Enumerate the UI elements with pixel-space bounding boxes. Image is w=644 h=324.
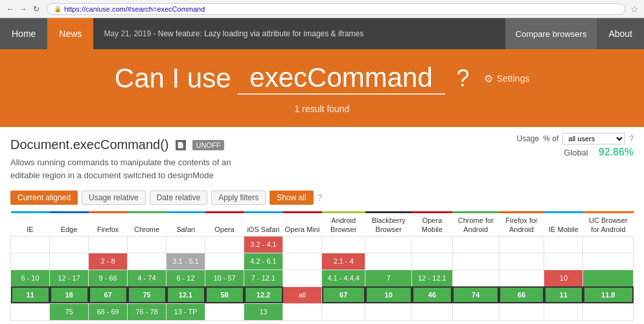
compare-browsers-button[interactable]: Compare browsers <box>505 18 597 49</box>
browser-header-safari: Safari <box>167 213 205 237</box>
star-icon[interactable]: ☆ <box>630 4 639 14</box>
news-ticker: May 21, 2019 - New feature: Lazy loading… <box>93 29 505 38</box>
table-row: 7568 - 6976 - 7813 - TP13 <box>11 303 634 320</box>
compat-cell <box>583 253 634 270</box>
compat-cell <box>322 303 365 320</box>
about-button[interactable]: About <box>597 18 644 49</box>
compat-cell: 10 <box>544 270 583 286</box>
filter-row: Current aligned Usage relative Date rela… <box>10 191 634 205</box>
compat-cell: 3.1 - 5.1 <box>167 253 205 270</box>
compat-cell <box>499 270 544 286</box>
compat-cell: 2.1 - 4 <box>322 253 365 270</box>
compat-cell <box>452 303 499 320</box>
compat-cell: 68 - 69 <box>89 303 128 320</box>
compat-cell <box>499 303 544 320</box>
usage-help-icon[interactable]: ? <box>629 134 634 143</box>
nav-news[interactable]: News <box>47 18 93 49</box>
browser-header-opera-mobile: Opera Mobile <box>412 213 453 237</box>
compat-cell <box>365 253 412 270</box>
news-separator: - <box>153 29 157 38</box>
compat-cell: 7 - 12.1 <box>244 270 283 286</box>
compat-cell <box>11 253 50 270</box>
show-all-button[interactable]: Show all <box>270 191 313 205</box>
compat-cell: all <box>283 286 322 303</box>
usage-of: % of <box>543 134 558 143</box>
compat-cell <box>412 253 453 270</box>
top-nav: Home News May 21, 2019 - New feature: La… <box>0 18 644 49</box>
browser-header-opera: Opera <box>205 213 244 237</box>
browser-header-ie-mobile: IE Mobile <box>544 213 583 237</box>
compat-cell <box>205 303 244 320</box>
compat-cell <box>412 303 453 320</box>
browser-bar: ← → ↻ 🔒 https://caniuse.com/#search=exec… <box>0 0 644 18</box>
compat-cell <box>205 253 244 270</box>
compat-cell <box>365 236 412 253</box>
lock-icon: 🔒 <box>54 5 62 12</box>
feature-status: UNOFF <box>192 140 225 150</box>
compat-cell <box>283 236 322 253</box>
compat-cell: 13 <box>244 303 283 320</box>
forward-button[interactable]: → <box>18 4 29 14</box>
compat-cell <box>499 236 544 253</box>
main-content: Document.execCommand() 📄 UNOFF Allows ru… <box>0 127 644 324</box>
global-usage-row: Global 92.86% <box>564 146 634 158</box>
compat-cell: 75 <box>50 303 89 320</box>
address-bar[interactable]: 🔒 https://caniuse.com/#search=execComman… <box>47 3 625 15</box>
table-row: 1118677512.15812.2all67104674661111.8 <box>11 286 634 303</box>
spec-icon[interactable]: 📄 <box>176 140 186 150</box>
settings-gear-icon: ⚙ <box>484 73 493 85</box>
compat-cell: 76 - 78 <box>128 303 167 320</box>
compat-cell <box>583 236 634 253</box>
compat-cell: 2 - 8 <box>89 253 128 270</box>
back-button[interactable]: ← <box>5 4 16 14</box>
usage-relative-button[interactable]: Usage relative <box>82 191 146 205</box>
compat-cell <box>452 253 499 270</box>
can-i-use-text: Can I use <box>115 63 231 94</box>
hero-title: Can I use ? ⚙ Settings <box>115 62 529 95</box>
browser-header-blackberry-browser: Blackberry Browser <box>365 213 412 237</box>
compat-cell: 12 - 12.1 <box>412 270 453 286</box>
apply-filters-button[interactable]: Apply filters <box>211 191 266 205</box>
settings-link[interactable]: ⚙ Settings <box>484 73 530 85</box>
feature-section: Document.execCommand() 📄 UNOFF Allows ru… <box>10 137 634 181</box>
compat-cell <box>128 253 167 270</box>
compat-cell <box>499 253 544 270</box>
compat-cell: 58 <box>205 286 244 303</box>
browser-header-chrome: Chrome <box>128 213 167 237</box>
compat-cell <box>205 236 244 253</box>
date-relative-button[interactable]: Date relative <box>150 191 207 205</box>
compat-table: IEEdgeFirefoxChromeSafariOperaiOS Safari… <box>10 211 634 321</box>
nav-home[interactable]: Home <box>0 18 47 49</box>
compat-cell: 12.1 <box>167 286 205 303</box>
question-mark[interactable]: ? <box>457 65 470 92</box>
compat-cell: 67 <box>89 286 128 303</box>
compat-cell <box>11 303 50 320</box>
reload-button[interactable]: ↻ <box>31 4 41 14</box>
browser-header-ios-safari: iOS Safari <box>244 213 283 237</box>
news-link[interactable]: New feature: Lazy loading via attribute … <box>158 29 363 38</box>
filter-help-icon[interactable]: ? <box>317 192 323 203</box>
compat-cell <box>452 270 499 286</box>
compat-cell: 18 <box>50 286 89 303</box>
search-input[interactable] <box>238 62 445 95</box>
browser-header-firefox-for-android: Firefox for Android <box>499 213 544 237</box>
compat-cell <box>89 236 128 253</box>
usage-select[interactable]: all users tracked users <box>562 133 625 145</box>
compat-cell <box>544 303 583 320</box>
usage-row: Usage % of all users tracked users ? <box>517 133 634 145</box>
feature-description: Allows running commands to manipulate th… <box>10 156 634 181</box>
usage-label: Usage <box>517 134 540 143</box>
compat-cell <box>283 270 322 286</box>
compat-cell: 67 <box>322 286 365 303</box>
compat-cell <box>583 303 634 320</box>
compat-cell <box>283 253 322 270</box>
hero-section: Can I use ? ⚙ Settings 1 result found <box>0 49 644 127</box>
compat-cell <box>544 236 583 253</box>
compat-cell <box>322 236 365 253</box>
browser-header-chrome-for-android: Chrome for Android <box>452 213 499 237</box>
url-text: https://caniuse.com/#search=execCommand <box>64 5 205 13</box>
compat-cell: 11.8 <box>583 286 634 303</box>
current-aligned-button[interactable]: Current aligned <box>10 191 78 205</box>
browser-header-uc-browser-for-android: UC Browser for Android <box>583 213 634 237</box>
table-row: 2 - 83.1 - 5.14.2 - 6.12.1 - 4 <box>11 253 634 270</box>
